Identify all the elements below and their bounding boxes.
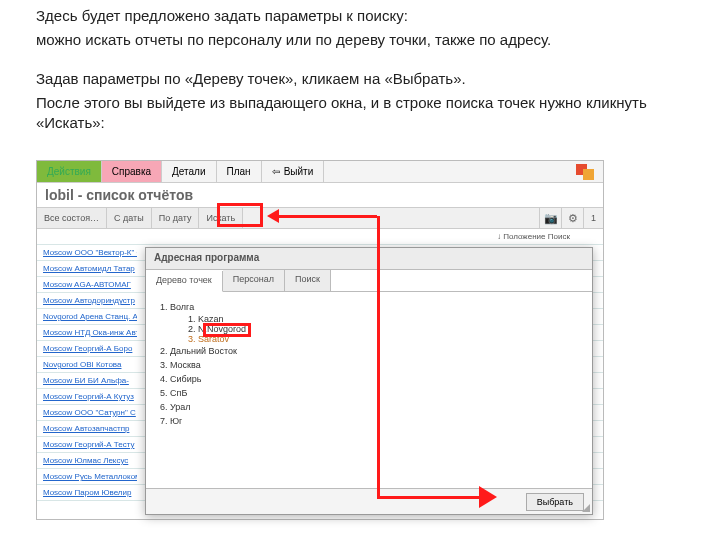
tree-region[interactable]: 2. Дальний Восток — [160, 344, 578, 358]
tree-region[interactable]: 7. Юг — [160, 414, 578, 428]
page-number: 1 — [583, 208, 603, 228]
tree-region[interactable]: 3. Москва — [160, 358, 578, 372]
resize-handle-icon[interactable] — [582, 504, 590, 512]
exit-icon: ⇦ — [272, 166, 280, 177]
menu-actions[interactable]: Действия — [37, 161, 102, 182]
modal-footer: Выбрать — [146, 488, 592, 514]
arrow-vertical — [377, 216, 380, 496]
search-button[interactable]: Искать — [199, 208, 243, 228]
camera-icon[interactable]: 📷 — [539, 208, 561, 228]
tab-tree[interactable]: Дерево точек — [146, 271, 223, 292]
instruction-text: Здесь будет предложено задать параметры … — [0, 0, 720, 133]
arrow-to-search — [277, 215, 377, 218]
menubar: Действия Справка Детали План ⇦ Выйти — [37, 161, 603, 183]
row-link[interactable]: Moscow Автомидл Татар — [37, 264, 137, 273]
app-window: Действия Справка Детали План ⇦ Выйти lob… — [36, 160, 604, 520]
row-link[interactable]: Novgorod OBI Котова — [37, 360, 137, 369]
instruction-line: Здесь будет предложено задать параметры … — [36, 6, 684, 26]
row-link[interactable]: Moscow ООО "Сатурн" С — [37, 408, 137, 417]
tree-child-selected[interactable]: 3. Saratov — [160, 334, 578, 344]
row-link[interactable]: Moscow Паром Ювелир — [37, 488, 137, 497]
filter-to-date[interactable]: По дату — [152, 208, 200, 228]
filter-from-date[interactable]: С даты — [107, 208, 152, 228]
arrow-horizontal — [377, 496, 479, 499]
row-link[interactable]: Moscow Автодориндустр — [37, 296, 137, 305]
tree-region[interactable]: 1. Волга — [160, 300, 578, 314]
tree-region[interactable]: 5. СпБ — [160, 386, 578, 400]
filter-bar: Все состоя… С даты По дату Искать 📷 ⚙ 1 — [37, 207, 603, 229]
row-link[interactable]: Moscow БИ БИ Альфа- — [37, 376, 137, 385]
select-button[interactable]: Выбрать — [526, 493, 584, 511]
menu-exit[interactable]: ⇦ Выйти — [262, 161, 325, 182]
menu-details[interactable]: Детали — [162, 161, 216, 182]
arrow-head-to-select — [479, 486, 497, 508]
tree-region[interactable]: 6. Урал — [160, 400, 578, 414]
row-link[interactable]: Moscow AGA-АВТОМАГ — [37, 280, 137, 289]
modal-title: Адресная программа — [146, 248, 592, 270]
row-link[interactable]: Novgorod Арена Станц. А — [37, 312, 137, 321]
modal-tabs: Дерево точек Персонал Поиск — [146, 270, 592, 292]
row-link[interactable]: Moscow ООО "Вектор-К" Октября ул, 14 — [37, 248, 137, 257]
row-link[interactable]: Moscow Георгий-А Боро — [37, 344, 137, 353]
exit-label: Выйти — [284, 166, 314, 177]
tree-region[interactable]: 4. Сибирь — [160, 372, 578, 386]
app-logo — [571, 161, 599, 183]
row-link[interactable]: Moscow Юлмас Лексус — [37, 456, 137, 465]
row-link[interactable]: Moscow Русь Металлоком — [37, 472, 137, 481]
tab-search[interactable]: Поиск — [285, 270, 331, 291]
tab-staff[interactable]: Персонал — [223, 270, 285, 291]
settings-icon[interactable]: ⚙ — [561, 208, 583, 228]
page-title: lobil - список отчётов — [37, 183, 603, 207]
tree-body: 1. Волга 1. Kazan 2. N.Novgorod 3. Sarat… — [146, 292, 592, 436]
instruction-line: Задав параметры по «Дереву точек», клика… — [36, 69, 684, 89]
instruction-line: После этого вы выйдете из выпадающего ок… — [36, 93, 684, 134]
row-link[interactable]: Moscow Георгий-А Тесту — [37, 440, 137, 449]
filter-all-states[interactable]: Все состоя… — [37, 208, 107, 228]
row-link[interactable]: Moscow Георгий-А Кутуз — [37, 392, 137, 401]
instruction-line: можно искать отчеты по персоналу или по … — [36, 30, 684, 50]
row-link[interactable]: Moscow НТД Ока-инж Авт — [37, 328, 137, 337]
tree-child[interactable]: 2. N.Novgorod — [160, 324, 578, 334]
col-position[interactable]: ↓ Положение Поиск — [493, 232, 603, 241]
address-program-modal: Адресная программа Дерево точек Персонал… — [145, 247, 593, 515]
menu-help[interactable]: Справка — [102, 161, 162, 182]
menu-plan[interactable]: План — [217, 161, 262, 182]
table-header: ↓ Положение Поиск — [37, 229, 603, 245]
row-link[interactable]: Moscow Автозапчастпр — [37, 424, 137, 433]
tree-child[interactable]: 1. Kazan — [160, 314, 578, 324]
